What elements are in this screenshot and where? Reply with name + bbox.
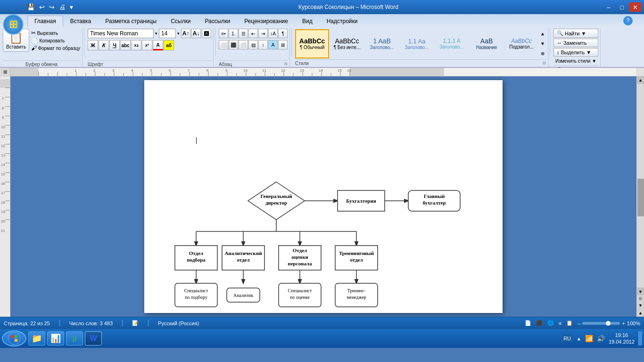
ruler-svg: 1 2 3 4 5 6 7 8 9 10 [10,68,636,76]
prev-page-button2[interactable]: ▲ [637,309,644,317]
taskbar-word[interactable]: W [85,331,102,346]
proofread-icon: 📝 [132,320,139,326]
styles-expand[interactable]: ⊡ [543,61,546,66]
undo-icon[interactable]: ↩ [38,3,46,11]
multilevel-list-button[interactable]: ☰ [239,29,248,38]
italic-button[interactable]: К [99,40,109,50]
style-more[interactable]: ⊕ [540,51,545,56]
svg-text:11: 11 [1,134,5,139]
taskbar-utorrent[interactable]: μ [66,331,83,346]
copy-button[interactable]: 📄Копировать [31,37,80,44]
scroll-up-button[interactable]: ▲ [637,76,644,84]
tab-home[interactable]: Главная [27,16,63,27]
ruler-scale: 1 2 3 4 5 6 7 8 9 10 [10,68,636,76]
style-no-spacing[interactable]: AaBbCc ¶ Без инте... [330,29,364,58]
subscript-button[interactable]: x₂ [131,40,141,50]
align-left-button[interactable]: ⬜ [219,40,228,49]
language: Русский (Россия) [158,321,199,326]
svg-text:9: 9 [2,115,4,120]
cut-button[interactable]: ✂Вырезать [31,30,80,36]
tab-mailings[interactable]: Рассылки [198,16,237,26]
style-normal[interactable]: AaBbCc ¶ Обычный [295,29,329,58]
tab-addins[interactable]: Надстройки [320,16,365,26]
select-button[interactable]: ↕Выделить ▼ [553,48,598,57]
view-draft-icon[interactable]: 📋 [566,320,573,326]
align-center-button[interactable]: ⬛ [229,40,238,49]
taskbar-show-desktop[interactable] [638,331,642,346]
underline-button[interactable]: Ч [109,40,120,50]
scroll-down-button[interactable]: ▼ [637,288,644,295]
paragraph-expand[interactable]: ⊡ [284,62,288,67]
document-scroll-area[interactable]: Генеральный директор Бухгалтерия Главн [10,76,636,317]
style-heading1[interactable]: 1 AaB Заголово... [365,29,399,58]
font-size-input[interactable] [159,29,176,38]
bold-button[interactable]: Ж [88,40,98,50]
scrollbar-thumb[interactable] [637,179,644,216]
zoom-out-button[interactable]: – [578,321,580,326]
document-page[interactable]: Генеральный директор Бухгалтерия Главн [144,80,503,313]
align-right-button[interactable]: ⬜ [239,40,248,49]
view-outline-icon[interactable]: ≡ [559,321,561,326]
superscript-button[interactable]: x² [142,40,152,50]
help-button[interactable]: ? [623,16,633,25]
highlight-button[interactable]: аб [164,40,174,50]
change-styles-button[interactable]: Изменить стили ▼ [553,58,598,65]
tab-insert[interactable]: Вставка [63,16,99,26]
border-button[interactable]: ⊞ [278,40,288,49]
view-web-icon[interactable]: 🌐 [547,320,554,326]
font-name-input[interactable] [88,29,154,38]
taskbar-explorer[interactable]: 📁 [28,331,45,346]
ruler-corner[interactable]: ⊞ [0,68,10,76]
show-marks-button[interactable]: ¶ [278,29,288,38]
zoom-in-button[interactable]: + [622,321,625,326]
tab-view[interactable]: Вид [295,16,320,26]
view-fullscreen-icon[interactable]: ⬛ [536,320,543,326]
scrollbar-track[interactable] [637,84,644,288]
taskbar-powerpoint[interactable]: 📊 [47,331,64,346]
maximize-button[interactable]: □ [616,2,628,12]
format-painter-button[interactable]: 🖌Формат по образцу [31,45,80,51]
find-button[interactable]: 🔍Найти ▼ [553,29,598,38]
ribbon: ⊞ Главная Вставка Разметка страницы Ссыл… [0,14,644,68]
print-preview-icon[interactable]: 🖨 [58,3,67,11]
taskbar-up-arrow[interactable]: ▲ [577,336,581,341]
shading-button[interactable]: A [268,40,278,49]
next-page-button[interactable]: ▼ [637,302,644,309]
close-button[interactable]: ✕ [629,2,641,12]
office-button[interactable]: ⊞ [3,14,24,35]
replace-button[interactable]: ↔Заменить [553,39,598,47]
unordered-list-button[interactable]: ≡• [219,29,228,38]
decrease-indent-button[interactable]: ⇤ [248,29,258,38]
text-area-top[interactable] [196,137,479,144]
svg-text:Отдел: Отдел [293,247,307,253]
tab-references[interactable]: Ссылки [164,16,198,26]
style-scroll-down[interactable]: ▼ [540,41,545,46]
style-subtitle[interactable]: AaBbCc Подзагол... [504,29,538,58]
sort-button[interactable]: ↕A [268,29,278,38]
style-scroll-up[interactable]: ▲ [540,31,545,36]
line-spacing-button[interactable]: ↕ [258,40,268,49]
increase-font-button[interactable]: A↑ [181,29,190,38]
text-color-button[interactable]: А [153,40,163,50]
strikethrough-button[interactable]: abc [120,40,131,50]
start-button[interactable] [2,330,26,346]
save-icon[interactable]: 💾 [25,3,36,11]
prev-page-button[interactable]: ⊙ [637,295,644,302]
style-title[interactable]: АаВ Название [470,29,504,58]
increase-indent-button[interactable]: ⇥ [258,29,268,38]
style-heading3[interactable]: 1.1.1 A Заголово... [435,29,469,58]
decrease-font-button[interactable]: A↓ [191,29,201,38]
clear-format-button[interactable]: 🅰 [202,29,211,38]
zoom-slider[interactable] [582,322,620,325]
svg-text:директор: директор [265,200,287,206]
align-justify-button[interactable]: ▤ [248,40,258,49]
zoom-thumb [606,321,611,326]
tab-review[interactable]: Рецензирование [237,16,295,26]
minimize-button[interactable]: – [603,2,615,12]
tab-layout[interactable]: Разметка страницы [98,16,164,26]
ordered-list-button[interactable]: 1. [229,29,238,38]
redo-icon[interactable]: ↪ [48,3,56,11]
view-print-icon[interactable]: 📄 [525,320,531,326]
style-heading2[interactable]: 1.1 Aa Заголово... [400,29,434,58]
dropdown-icon[interactable]: ▾ [68,3,74,11]
